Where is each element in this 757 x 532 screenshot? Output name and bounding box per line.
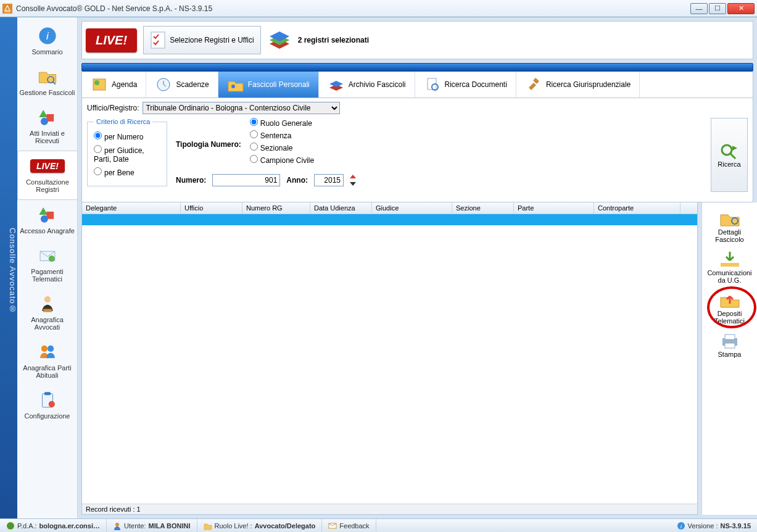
- svg-point-13: [44, 296, 50, 302]
- svg-rect-14: [43, 309, 52, 312]
- sidebar-item-label: Atti Inviati e Ricevuti: [19, 130, 76, 144]
- titlebar: Consolle Avvocato® GOLD - Net Service S.…: [0, 0, 757, 17]
- action-dettagli-fascicolo[interactable]: Dettagli Fascicolo: [702, 206, 757, 247]
- app-icon: [2, 4, 12, 14]
- th-sezione[interactable]: Sezione: [452, 202, 514, 214]
- tipologia-options: Ruolo Generale Sentenza Sezionale Campio…: [250, 118, 702, 165]
- tab-fascicoli-personali[interactable]: Fascicoli Personali: [218, 72, 319, 98]
- svg-point-15: [41, 346, 47, 352]
- brand-strip: Consolle Avvocato®: [0, 17, 17, 518]
- svg-rect-27: [533, 78, 539, 84]
- agenda-icon: [91, 77, 108, 93]
- crit-per-bene[interactable]: per Bene: [94, 167, 160, 177]
- table-footer: Record ricevuti : 1: [82, 504, 697, 514]
- tipo-sentenza[interactable]: Sentenza: [250, 130, 702, 140]
- sidebar-item-accesso-anagrafe[interactable]: Accesso Anagrafe: [17, 200, 77, 241]
- anno-input[interactable]: [314, 174, 344, 186]
- sidebar-item-sommario[interactable]: i Sommario: [17, 21, 77, 62]
- tipo-sezionale[interactable]: Sezionale: [250, 143, 702, 152]
- th-ufficio[interactable]: Ufficio: [181, 202, 242, 214]
- folder-detail-icon: [719, 210, 741, 227]
- numero-input[interactable]: [212, 174, 280, 186]
- sidebar-item-gestione-fascicoli[interactable]: Gestione Fascicoli: [17, 62, 77, 102]
- shapes-icon: [35, 107, 60, 128]
- user-icon: [113, 522, 122, 530]
- folder-icon: [204, 522, 212, 530]
- svg-marker-29: [350, 182, 356, 186]
- sidebar-item-pagamenti[interactable]: Pagamenti Telematici: [17, 241, 77, 289]
- table-body[interactable]: [82, 214, 697, 504]
- action-stampa[interactable]: Stampa: [702, 328, 757, 362]
- close-button[interactable]: ✕: [727, 3, 755, 14]
- action-depositi-telematici[interactable]: Depositi Telematici: [702, 288, 757, 328]
- doc-search-icon: [424, 77, 441, 93]
- th-controparte[interactable]: Controparte: [594, 202, 680, 214]
- tab-label: Agenda: [112, 80, 137, 89]
- sidebar-item-label: Gestione Fascicoli: [19, 89, 76, 96]
- status-bar: P.d.A.:bologna.er.consi… Utente: MILA BO…: [0, 518, 757, 532]
- gavel-icon: [525, 77, 542, 93]
- tab-ricerca-giurisprudenziale[interactable]: Ricerca Giurisprudenziale: [516, 72, 640, 98]
- sidebar-item-label: Consultazione Registri: [19, 178, 76, 193]
- sidebar-item-atti[interactable]: Atti Inviati e Ricevuti: [17, 102, 77, 151]
- folder-search-icon: [35, 66, 60, 87]
- tab-scadenze[interactable]: Scadenze: [146, 72, 218, 98]
- lawyer-icon: [35, 293, 60, 314]
- svg-point-10: [40, 215, 48, 223]
- th-numero-rg[interactable]: Numero RG: [242, 202, 310, 214]
- svg-point-12: [48, 256, 54, 262]
- info-icon: i: [35, 25, 60, 46]
- radio-label: Sezionale: [260, 144, 293, 152]
- ricerca-button[interactable]: Ricerca: [711, 118, 748, 192]
- sidebar-item-anagrafica-parti[interactable]: Anagrafica Parti Abituali: [17, 337, 77, 385]
- sidebar-item-label: Anagrafica Parti Abituali: [19, 364, 76, 379]
- numero-label: Numero:: [176, 176, 206, 185]
- minimize-button[interactable]: —: [690, 3, 708, 14]
- books-icon: [328, 77, 345, 93]
- criterio-legend: Criterio di Ricerca: [94, 118, 152, 125]
- tab-ricerca-documenti[interactable]: Ricerca Documenti: [415, 72, 516, 98]
- criterio-fieldset: Criterio di Ricerca per Numero per Giudi…: [87, 118, 167, 186]
- window-title: Consolle Avvocato® GOLD - Net Service S.…: [16, 4, 690, 13]
- sidebar-item-consultazione-registri[interactable]: LIVE! Consultazione Registri: [17, 151, 77, 200]
- th-giudice[interactable]: Giudice: [372, 202, 452, 214]
- info-small-icon: i: [677, 522, 685, 530]
- action-comunicazioni[interactable]: Comunicazioni da U.G.: [702, 247, 757, 288]
- th-delegante[interactable]: Delegante: [82, 202, 181, 214]
- ufficio-select[interactable]: Tribunale Ordinario - Bologna - Contenzi…: [143, 102, 340, 114]
- th-parte[interactable]: Parte: [514, 202, 594, 214]
- checklist-icon: [150, 31, 166, 49]
- clock-icon: [155, 77, 172, 93]
- registri-count: 2 registri selezionati: [298, 36, 369, 44]
- tipo-campione[interactable]: Campione Civile: [250, 155, 702, 165]
- select-registri-button[interactable]: Selezione Registri e Uffici: [143, 26, 261, 54]
- tipo-ruolo[interactable]: Ruolo Generale: [250, 118, 702, 128]
- crit-per-giudice[interactable]: per Giudice, Parti, Date: [94, 145, 160, 164]
- status-pda: P.d.A.:bologna.er.consi…: [0, 519, 107, 532]
- sidebar-item-label: Pagamenti Telematici: [19, 268, 76, 283]
- tab-archivio[interactable]: Archivio Fascicoli: [319, 72, 415, 98]
- ufficio-label: Ufficio/Registro:: [87, 104, 139, 112]
- tab-agenda[interactable]: Agenda: [82, 72, 146, 98]
- radio-label: Ruolo Generale: [260, 119, 312, 128]
- action-label: Comunicazioni da U.G.: [703, 269, 756, 284]
- svg-point-30: [722, 145, 732, 155]
- svg-point-24: [231, 85, 235, 88]
- crit-per-numero[interactable]: per Numero: [94, 131, 160, 141]
- svg-point-7: [40, 118, 48, 125]
- sidebar-item-configurazione[interactable]: Configurazione: [17, 385, 77, 426]
- envelope-icon: [35, 245, 60, 266]
- svg-marker-5: [39, 110, 48, 117]
- table-header: DeleganteUfficioNumero RGData UdienzaGiu…: [82, 202, 697, 214]
- sidebar-item-anagrafica-avvocati[interactable]: Anagrafica Avvocati: [17, 289, 77, 337]
- table-row-selected[interactable]: [82, 214, 697, 225]
- results-table: DeleganteUfficioNumero RGData UdienzaGiu…: [81, 202, 698, 515]
- maximize-button[interactable]: ☐: [709, 3, 726, 14]
- spinner-icon[interactable]: [350, 175, 356, 186]
- people-icon: [35, 341, 60, 362]
- svg-point-35: [7, 522, 14, 530]
- action-label: Dettagli Fascicolo: [703, 228, 756, 243]
- th-data-udienza[interactable]: Data Udienza: [310, 202, 372, 214]
- status-ruolo: Ruolo Live! : Avvocato/Delegato: [197, 519, 323, 532]
- status-feedback[interactable]: Feedback: [322, 519, 376, 532]
